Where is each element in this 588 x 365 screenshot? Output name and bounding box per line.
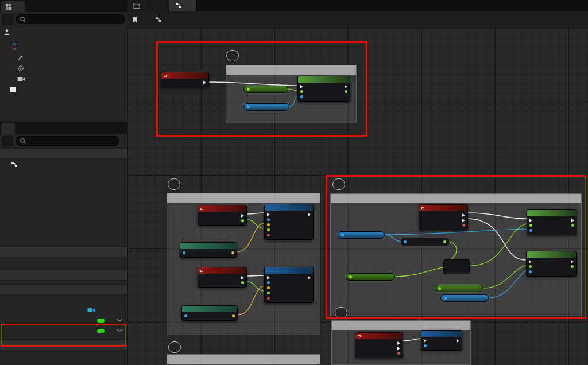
variable-row-camera[interactable] [0,305,127,315]
add-component-button[interactable] [2,14,13,25]
exec-wire[interactable] [247,213,264,214]
components-panel [0,0,127,122]
object-pin[interactable] [183,251,185,254]
functions-section-header[interactable] [0,246,127,257]
input-event-icon [200,208,203,210]
graph-icon [175,2,182,9]
key-pin[interactable] [397,352,400,355]
search-input[interactable] [29,16,121,22]
vector-pin[interactable] [231,251,234,254]
annotation-box-1 [1,324,126,347]
components-tabstrip [0,0,127,12]
eye-closed-icon[interactable] [116,319,123,322]
mesh-icon [17,65,24,72]
camera-icon [17,76,25,82]
exec-pin[interactable] [457,339,459,343]
input-event-icon [358,335,361,337]
graph-item-inputaxis-lookup[interactable] [0,213,127,224]
search-input[interactable] [29,138,115,144]
macros-section-header[interactable] [0,270,127,281]
node-add-movement-input-1[interactable] [264,204,314,240]
components-toolbar [0,12,127,26]
variable-category-components[interactable] [0,295,127,305]
node-jump-function[interactable] [421,330,462,351]
components-search[interactable] [16,14,125,24]
exec-pin[interactable] [241,276,244,279]
exec-pin[interactable] [267,276,270,279]
graph-item-inputaction-jump[interactable] [0,224,127,235]
graphs-section-header[interactable] [0,148,127,159]
bookmark-icon[interactable] [132,16,138,24]
exec-pin[interactable] [397,347,400,350]
camera-variable-icon [87,307,95,313]
component-row-character-movement[interactable] [0,84,127,95]
exec-pin[interactable] [241,214,244,218]
document-tabs [127,0,588,11]
exec-pin[interactable] [424,339,427,343]
exec-pin[interactable] [267,213,270,216]
exec-pin[interactable] [397,341,400,345]
float-wire[interactable] [246,281,264,291]
function-row-constructionscript[interactable] [0,257,127,268]
comment-bubble-character-movement[interactable] [168,178,180,190]
component-row-capsule[interactable] [0,41,127,52]
tab-components[interactable] [1,1,25,12]
tab-viewport[interactable] [127,0,149,11]
graph-item-inputaxis-moveforward[interactable] [0,181,127,192]
tab-construction-script[interactable] [149,0,169,11]
float-pin[interactable] [267,292,270,294]
input-event-icon [200,270,203,272]
unreal-blueprint-editor [0,0,588,365]
object-pin[interactable] [184,314,187,317]
float-pin[interactable] [241,219,244,222]
bool-pin[interactable] [267,234,270,236]
search-icon [20,16,26,23]
graph-item-inputaction-sprint[interactable] [0,235,127,246]
vector-pin[interactable] [232,314,235,317]
graph-toolbar [127,11,588,28]
component-row-mesh[interactable] [0,63,127,73]
event-graph-row[interactable] [0,159,127,170]
exec-wire[interactable] [403,339,422,341]
exec-pin[interactable] [308,213,311,216]
tab-event-graph[interactable] [169,0,196,11]
node-get-actor-right-vector[interactable] [181,305,238,321]
exec-pin[interactable] [308,276,311,279]
component-self-row[interactable] [0,26,127,38]
vector-pin[interactable] [267,223,270,226]
graph-item-inputaxis-moveright[interactable] [0,192,127,203]
node-get-actor-forward-vector[interactable] [180,242,237,258]
variables-section-header[interactable] [0,284,127,295]
bool-pin[interactable] [267,297,270,300]
comment-bubble-character-look[interactable] [168,341,181,353]
add-blueprint-item-button[interactable] [2,136,13,146]
annotation-box-2 [156,41,368,137]
node-inputaxis-moveright[interactable] [198,267,247,288]
component-row-arrow[interactable] [0,52,127,63]
sidebar [0,0,127,365]
my-blueprint-toolbar [0,134,127,148]
my-blueprint-tabstrip [0,122,127,134]
graph-item-event-beginplay[interactable] [0,170,127,181]
object-pin[interactable] [424,344,427,347]
float-pin[interactable] [267,228,270,231]
exec-wire[interactable] [247,275,264,276]
character-movement-icon [10,87,16,92]
component-row-camera[interactable] [0,73,127,84]
person-icon [3,29,10,36]
graph-item-inputaxis-turn[interactable] [0,203,127,213]
graph-icon [11,161,18,168]
components-icon [5,3,12,10]
my-blueprint-search[interactable] [16,136,119,146]
node-inputaxis-moveforward[interactable] [198,205,247,226]
node-inputaction-jump[interactable] [355,332,403,358]
float-pin[interactable] [241,281,244,284]
arrow-component-icon [17,54,24,61]
tab-my-blueprint[interactable] [1,123,15,134]
annotation-box-3 [326,175,586,319]
viewport-icon [133,2,140,9]
vector-pin[interactable] [267,286,270,289]
object-pin[interactable] [267,281,270,284]
object-pin[interactable] [267,218,270,221]
node-add-movement-input-2[interactable] [264,267,314,303]
